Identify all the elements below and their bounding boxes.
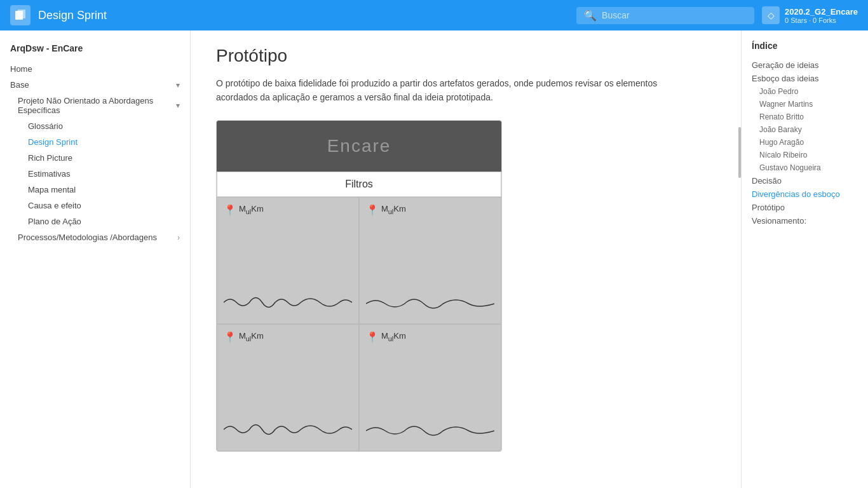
index-divergencias[interactable]: Divergências do esboço (752, 187, 858, 201)
index-hugo-aragao[interactable]: Hugo Aragão (752, 136, 858, 149)
sidebar-item-rich-picture[interactable]: Rich Picture (0, 150, 190, 166)
sidebar-label-design-sprint: Design Sprint (28, 137, 180, 147)
proto-card-3-label: MulKm (239, 331, 264, 342)
proto-card-1[interactable]: 📍 MulKm (217, 197, 359, 324)
proto-card-4-header: 📍 MulKm (366, 331, 494, 343)
proto-card-3-wave (224, 417, 352, 444)
sidebar-label-home: Home (10, 64, 180, 74)
index-decisao[interactable]: Decisão (752, 174, 858, 187)
sidebar-label-causa-efeito: Causa e efeito (28, 201, 180, 210)
proto-card-2-header: 📍 MulKm (366, 204, 494, 216)
sidebar-item-home[interactable]: Home (0, 61, 190, 77)
index-renato-britto[interactable]: Renato Britto (752, 111, 858, 123)
sidebar-label-estimativas: Estimativas (28, 169, 180, 179)
index-esboco-ideias[interactable]: Esboço das ideias (752, 72, 858, 85)
sidebar-item-estimativas[interactable]: Estimativas (0, 166, 190, 182)
index-nicalo-ribeiro[interactable]: Nícalo Ribeiro (752, 149, 858, 161)
index-joao-pedro[interactable]: João Pedro (752, 85, 858, 98)
index-title: Índice (752, 41, 858, 51)
proto-card-2[interactable]: 📍 MulKm (359, 197, 501, 324)
index-geracao-ideias[interactable]: Geração de ideias (752, 58, 858, 72)
index-gustavo-nogueira[interactable]: Gustavo Nogueira (752, 161, 858, 174)
location-pin-icon: 📍 (366, 204, 379, 216)
sidebar-item-design-sprint[interactable]: Design Sprint (0, 134, 190, 150)
sidebar-item-processos[interactable]: Processos/Metodologias /Abordagens › (0, 229, 190, 245)
repo-icon: ◇ (762, 6, 780, 24)
sidebar-item-base[interactable]: Base ▾ (0, 77, 190, 93)
index-vesionamento[interactable]: Vesionamento: (752, 214, 858, 227)
search-icon: 🔍 (584, 10, 597, 22)
proto-card-4-wave (366, 417, 494, 444)
proto-card-2-wave (366, 290, 494, 317)
repo-details: 2020.2_G2_Encare 0 Stars · 0 Forks (785, 7, 858, 24)
proto-card-4-label: MulKm (381, 331, 406, 342)
proto-filter-bar[interactable]: Filtros (217, 172, 501, 197)
search-bar[interactable]: 🔍 (576, 7, 754, 24)
repo-info: ◇ 2020.2_G2_Encare 0 Stars · 0 Forks (762, 6, 858, 24)
page-layout: ArqDsw - EnCare Home Base ▾ Projeto Não … (0, 30, 868, 488)
page-description: O protótipo de baixa fidelidade foi prod… (216, 76, 661, 105)
right-index-panel: Índice Geração de ideias Esboço das idei… (741, 30, 868, 488)
proto-card-3-header: 📍 MulKm (224, 331, 352, 343)
main-content: Protótipo O protótipo de baixa fidelidad… (191, 30, 741, 488)
sidebar-label-base: Base (10, 80, 173, 90)
sidebar-item-projeto-nao-orientado[interactable]: Projeto Não Orientado a Abordagens Espec… (0, 93, 190, 118)
proto-card-2-label: MulKm (381, 204, 406, 215)
location-pin-icon: 📍 (366, 331, 379, 343)
chevron-down-icon: ▾ (176, 101, 180, 110)
chevron-down-icon: ▾ (176, 81, 180, 90)
index-wagner-martins[interactable]: Wagner Martins (752, 98, 858, 111)
sidebar-label-glossario: Glossário (28, 121, 180, 131)
logo-icon[interactable] (10, 5, 31, 25)
sidebar-item-mapa-mental[interactable]: Mapa mental (0, 182, 190, 198)
prototype-mockup: Encare Filtros 📍 MulKm (216, 120, 502, 452)
location-pin-icon: 📍 (224, 204, 236, 216)
page-title: Protótipo (216, 46, 715, 66)
project-title: ArqDsw - EnCare (0, 41, 190, 61)
proto-card-4[interactable]: 📍 MulKm (359, 324, 501, 451)
proto-card-1-header: 📍 MulKm (224, 204, 352, 216)
repo-stats: 0 Stars · 0 Forks (785, 17, 858, 24)
sidebar-label-processos: Processos/Metodologias /Abordagens (18, 233, 175, 242)
sidebar-item-glossario[interactable]: Glossário (0, 118, 190, 134)
index-joao-baraky[interactable]: João Baraky (752, 123, 858, 136)
proto-card-1-wave (224, 290, 352, 317)
proto-cards-grid: 📍 MulKm 📍 MulKm (217, 197, 501, 451)
proto-card-1-label: MulKm (239, 204, 264, 215)
top-navigation: Design Sprint 🔍 ◇ 2020.2_G2_Encare 0 Sta… (0, 0, 868, 30)
chevron-right-icon: › (177, 233, 180, 242)
index-prototipo[interactable]: Protótipo (752, 201, 858, 214)
scroll-indicator[interactable] (738, 127, 741, 178)
location-pin-icon: 📍 (224, 331, 236, 343)
sidebar-item-plano-acao[interactable]: Plano de Ação (0, 214, 190, 229)
proto-card-3[interactable]: 📍 MulKm (217, 324, 359, 451)
sidebar-label-rich-picture: Rich Picture (28, 153, 180, 163)
sidebar-label-plano-acao: Plano de Ação (28, 217, 180, 226)
svg-rect-1 (18, 10, 25, 18)
sidebar-item-causa-efeito[interactable]: Causa e efeito (0, 198, 190, 214)
sidebar-label-projeto: Projeto Não Orientado a Abordagens Espec… (18, 96, 173, 115)
proto-app-name: Encare (217, 121, 501, 172)
search-input[interactable] (602, 10, 747, 20)
sidebar: ArqDsw - EnCare Home Base ▾ Projeto Não … (0, 30, 191, 488)
sidebar-label-mapa-mental: Mapa mental (28, 185, 180, 194)
filter-label: Filtros (345, 179, 373, 189)
app-title: Design Sprint (38, 9, 569, 22)
repo-name: 2020.2_G2_Encare (785, 7, 858, 17)
